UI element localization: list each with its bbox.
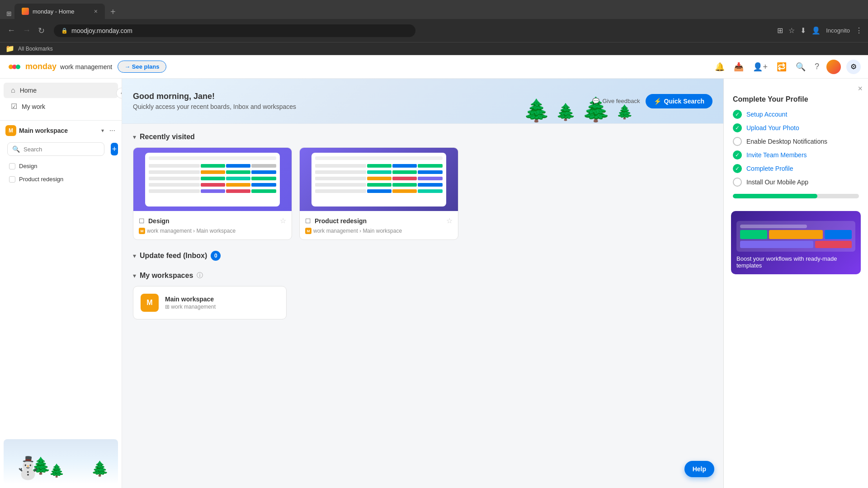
sidebar-item-my-work[interactable]: ☑ My work — [4, 99, 118, 114]
reload-btn[interactable]: ↻ — [36, 24, 47, 38]
see-plans-btn[interactable]: → See plans — [118, 61, 166, 73]
extensions-icon[interactable]: ⊞ — [777, 26, 783, 35]
board-product-redesign-label: Product redesign — [19, 176, 63, 183]
design-card-body: ☐ Design ☆ M work management › Main work… — [133, 211, 292, 239]
content-area: ▾ Recently visited — [122, 124, 723, 488]
quick-search-label: Quick Search — [664, 98, 705, 105]
see-plans-label: → See plans — [124, 63, 159, 70]
my-work-icon: ☑ — [11, 102, 17, 111]
profile-checklist: ✓ Setup Account ✓ Upload Your Photo Enab… — [724, 110, 868, 187]
sidebar-board-product-redesign[interactable]: Product redesign — [4, 173, 118, 185]
inbox-badge: 0 — [211, 251, 221, 261]
give-feedback-btn[interactable]: 💬 Give feedback — [592, 98, 640, 104]
help-header-icon[interactable]: ? — [815, 62, 819, 71]
bookmarks-label[interactable]: All Bookmarks — [18, 46, 53, 52]
new-tab-btn[interactable]: + — [107, 5, 119, 19]
checklist-setup-account[interactable]: ✓ Setup Account — [733, 110, 859, 119]
snowman-container: 🌲 🌲 🌲 ⛄ — [0, 436, 122, 488]
tab-extra[interactable]: ⊞ — [4, 8, 14, 19]
workspace-initial: M — [9, 127, 13, 134]
promo-content: Boost your workflows with ready-made tem… — [736, 221, 855, 269]
back-btn[interactable]: ← — [5, 24, 17, 37]
my-workspaces-info-icon[interactable]: ⓘ — [197, 272, 203, 280]
inbox-toggle[interactable]: ▾ — [133, 252, 136, 259]
checklist-desktop-notifs[interactable]: Enable Desktop Notifications — [733, 137, 859, 146]
add-board-btn[interactable]: + — [111, 143, 118, 155]
add-user-icon[interactable]: 👤+ — [753, 62, 768, 72]
logo-monday-text: monday — [25, 62, 57, 71]
monday-logo-icon — [7, 60, 22, 74]
my-workspaces-toggle[interactable]: ▾ — [133, 272, 136, 279]
help-btn-label: Help — [693, 465, 706, 473]
complete-profile-label: Complete Profile — [746, 165, 793, 172]
checklist-complete-profile[interactable]: ✓ Complete Profile — [733, 164, 859, 173]
board-icon-design: ☐ — [139, 217, 145, 225]
main-workspace-card[interactable]: M Main workspace ⊞ work management — [133, 286, 287, 319]
product-redesign-card-body: ☐ Product redesign ☆ M work management ›… — [300, 211, 458, 239]
integrations-icon[interactable]: 🔁 — [777, 62, 787, 72]
lightning-icon: ⚡ — [654, 98, 661, 105]
settings-icon[interactable]: ⚙ — [846, 60, 861, 74]
user-avatar[interactable] — [826, 60, 841, 74]
active-tab[interactable]: monday - Home × — [14, 4, 105, 19]
sidebar-search[interactable]: 🔍 — [7, 142, 104, 156]
star-icon[interactable]: ☆ — [788, 26, 795, 35]
design-card-path: M work management › Main workspace — [139, 228, 286, 234]
plus-icon: + — [112, 145, 117, 153]
sidebar-item-home[interactable]: ⌂ Home — [4, 83, 118, 98]
boards-grid: ☐ Design ☆ M work management › Main work… — [133, 147, 458, 240]
search-input[interactable] — [24, 146, 99, 153]
lock-icon: 🔒 — [61, 28, 68, 34]
browser-toolbar: ← → ↻ 🔒 moodjoy.monday.com ⊞ ☆ ⬇ 👤 Incog… — [0, 19, 868, 42]
workspace-options-icon[interactable]: ··· — [107, 126, 118, 136]
workspace-header[interactable]: M Main workspace ▾ ··· — [0, 122, 122, 139]
profile-icon[interactable]: 👤 — [811, 26, 821, 35]
checklist-upload-photo[interactable]: ✓ Upload Your Photo — [733, 123, 859, 132]
product-redesign-title-row: ☐ Product redesign ☆ — [305, 216, 453, 225]
design-card-thumbnail-inner — [145, 153, 280, 206]
recently-visited-toggle[interactable]: ▾ — [133, 133, 136, 141]
check-done-setup: ✓ — [733, 110, 742, 119]
menu-icon[interactable]: ⋮ — [855, 26, 863, 35]
feedback-icon: 💬 — [592, 98, 599, 104]
promo-text: Boost your workflows with ready-made tem… — [736, 255, 855, 269]
inbox-icon[interactable]: 📥 — [734, 62, 744, 72]
incognito-label: Incognito — [826, 27, 850, 34]
app-layout: monday work management → See plans 🔔 📥 👤… — [0, 55, 868, 488]
browser-tab-bar: ⊞ monday - Home × + — [0, 0, 868, 19]
hero-banner: Good morning, Jane! Quickly access your … — [122, 79, 723, 124]
product-redesign-star[interactable]: ☆ — [446, 216, 453, 225]
give-feedback-label: Give feedback — [602, 98, 640, 104]
design-board-card[interactable]: ☐ Design ☆ M work management › Main work… — [133, 147, 292, 240]
search-global-icon[interactable]: 🔍 — [796, 62, 806, 72]
toolbar-icons: ⊞ ☆ ⬇ 👤 Incognito ⋮ — [777, 26, 863, 35]
checklist-mobile-app[interactable]: Install Our Mobile App — [733, 178, 859, 187]
quick-search-btn[interactable]: ⚡ Quick Search — [646, 94, 713, 108]
progress-bar-container — [733, 194, 859, 198]
checklist-invite-team[interactable]: ✓ Invite Team Members — [733, 150, 859, 160]
download-icon[interactable]: ⬇ — [800, 26, 806, 35]
product-redesign-title: Product redesign — [315, 217, 443, 225]
my-workspaces-section: ▾ My workspaces ⓘ M Main workspace ⊞ wor… — [133, 272, 712, 319]
inbox-header: ▾ Update feed (Inbox) 0 — [133, 251, 712, 261]
tab-close-btn[interactable]: × — [94, 8, 98, 15]
promo-banner[interactable]: Boost your workflows with ready-made tem… — [731, 211, 861, 274]
bookmarks-folder-icon: 📁 — [5, 44, 14, 53]
mobile-app-label: Install Our Mobile App — [746, 178, 808, 186]
product-redesign-card[interactable]: ☐ Product redesign ☆ M work management ›… — [299, 147, 458, 240]
my-workspaces-title: My workspaces — [140, 272, 193, 280]
design-card-star[interactable]: ☆ — [280, 216, 286, 225]
profile-panel-close-btn[interactable]: × — [852, 79, 868, 94]
product-redesign-thumbnail — [300, 148, 458, 211]
sidebar-nav: ⌂ Home ☑ My work — [0, 79, 122, 118]
invite-team-label: Invite Team Members — [746, 151, 807, 159]
forward-btn[interactable]: → — [21, 24, 33, 37]
design-card-path-text: work management › Main workspace — [147, 228, 236, 234]
sidebar-board-design[interactable]: Design — [4, 160, 118, 172]
sidebar-my-work-label: My work — [22, 103, 45, 110]
help-btn[interactable]: Help — [684, 461, 714, 477]
workspace-chevron-icon[interactable]: ▾ — [101, 127, 104, 134]
upload-photo-label: Upload Your Photo — [746, 124, 799, 131]
address-bar[interactable]: 🔒 moodjoy.monday.com — [54, 24, 415, 37]
notifications-icon[interactable]: 🔔 — [715, 62, 725, 72]
